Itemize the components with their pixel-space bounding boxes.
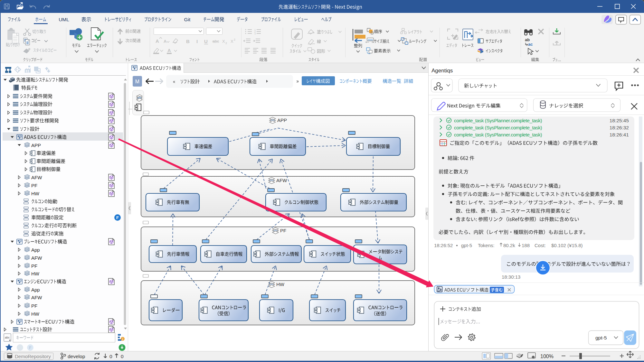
svg-text:Tokens:: Tokens: xyxy=(478,243,495,248)
svg-text:i: i xyxy=(122,338,123,341)
svg-text:develop: develop xyxy=(68,354,85,359)
svg-text:App: App xyxy=(31,247,40,253)
svg-text:HW: HW xyxy=(31,311,40,317)
svg-text:AFW: AFW xyxy=(31,255,42,261)
svg-text:HW: HW xyxy=(31,271,40,276)
svg-text:0: 0 xyxy=(109,354,112,359)
svg-text:X: X xyxy=(231,39,233,44)
svg-text:Git: Git xyxy=(184,17,191,22)
svg-text:complete_task (SysPlanner.comp: complete_task (SysPlanner.complete_task) xyxy=(454,132,542,137)
svg-text:3: 3 xyxy=(254,32,256,35)
svg-text:PF: PF xyxy=(31,263,37,269)
svg-text:HW: HW xyxy=(276,282,285,287)
svg-text:ab: ab xyxy=(525,37,530,42)
svg-text:U: U xyxy=(204,39,208,44)
svg-text:A: A xyxy=(156,38,159,44)
svg-text:AFW: AFW xyxy=(31,295,42,300)
svg-text:A: A xyxy=(164,39,167,44)
svg-text:DemoRepository: DemoRepository xyxy=(15,354,51,359)
svg-text:gpt-5: gpt-5 xyxy=(595,335,607,340)
svg-text:0: 0 xyxy=(121,354,124,359)
svg-text:App: App xyxy=(31,287,40,292)
svg-text:2: 2 xyxy=(225,42,227,45)
svg-text:UML: UML xyxy=(59,17,69,22)
svg-text:AFW: AFW xyxy=(31,175,42,180)
svg-text:18:25:45: 18:25:45 xyxy=(610,118,629,123)
svg-text:complete_task (SysPlanner.comp: complete_task (SysPlanner.complete_task) xyxy=(454,125,542,130)
svg-text:HW: HW xyxy=(31,191,40,196)
svg-text:PF: PF xyxy=(280,228,286,233)
svg-text:APP: APP xyxy=(31,143,41,148)
svg-text:abc: abc xyxy=(213,39,219,44)
svg-text:AFW: AFW xyxy=(276,178,287,183)
svg-text:18:26:52: 18:26:52 xyxy=(434,243,453,248)
svg-text:18:26:41: 18:26:41 xyxy=(610,132,629,137)
svg-text:complete_task (SysPlanner.comp: complete_task (SysPlanner.complete_task) xyxy=(454,118,542,123)
svg-text:B: B xyxy=(186,39,190,44)
svg-text:X: X xyxy=(222,39,225,44)
svg-text:M: M xyxy=(135,79,139,84)
svg-text:2: 2 xyxy=(234,38,235,41)
svg-text:$0.102 (¥15.8): $0.102 (¥15.8) xyxy=(551,243,583,248)
svg-text:PF: PF xyxy=(31,303,37,309)
svg-text:80.2k: 80.2k xyxy=(503,243,515,248)
svg-text:18:26:32: 18:26:32 xyxy=(610,125,629,130)
svg-text:Cost:: Cost: xyxy=(535,243,546,248)
svg-text:APP: APP xyxy=(277,117,287,123)
svg-text:18:30:13: 18:30:13 xyxy=(502,274,520,280)
svg-text:ac: ac xyxy=(528,42,533,47)
svg-text:abc: abc xyxy=(5,336,10,339)
svg-text:A: A xyxy=(167,48,171,53)
svg-text:F: F xyxy=(116,215,119,220)
svg-text:Agentiqs: Agentiqs xyxy=(431,68,453,74)
svg-text:I: I xyxy=(196,39,198,44)
svg-text:PF: PF xyxy=(31,183,37,188)
svg-text:100%: 100% xyxy=(540,354,554,359)
svg-text:F: F xyxy=(29,346,31,350)
svg-text:gpt-5: gpt-5 xyxy=(461,243,472,248)
svg-text:188: 188 xyxy=(522,243,530,248)
